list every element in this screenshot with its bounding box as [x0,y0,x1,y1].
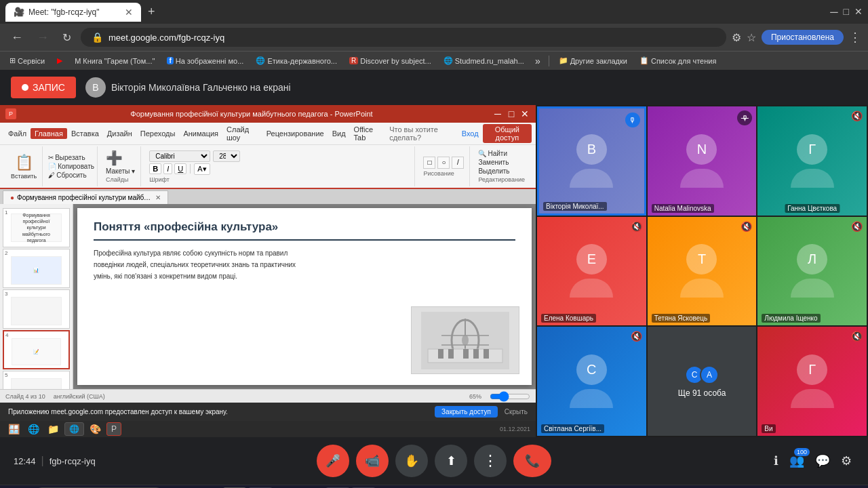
participant-tile-2: N Natalia Malinovska 🎙 [648,106,757,216]
menu-slideshow[interactable]: Слайд шоу [222,124,262,143]
bookmark-icon[interactable]: ☆ [747,31,756,44]
tab-close-icon[interactable]: ✕ [125,7,133,18]
share-hide-button[interactable]: Скрыть [505,408,528,415]
controls-center: 🎤 📹 ✋ ⬆ ⋮ 📞 [122,445,746,477]
back-button[interactable]: ← [7,28,27,47]
ribbon-copy[interactable]: 📄Копировать [48,163,94,170]
ribbon-new-slide[interactable]: ➕ [106,150,123,166]
ppt-taskbar-app-1[interactable]: 🪟 [5,422,22,436]
font-size-select[interactable]: 28 [213,150,240,162]
menu-transitions[interactable]: Переходы [136,128,180,139]
close-button[interactable]: ✕ [854,6,863,18]
ppt-minimize[interactable]: ─ [492,108,503,119]
minimize-button[interactable]: ─ [830,6,837,18]
share-allow-button[interactable]: Закрыть доступ [435,406,498,418]
slide-thumb-4[interactable]: 4 📝 [3,330,70,369]
menu-file[interactable]: Файл [4,128,31,139]
bookmark-discover[interactable]: R Discover by subject... [344,56,437,66]
ribbon-cut[interactable]: ✂Вырезать [48,154,94,161]
ppt-presentation-tab[interactable]: ● Формування професійної культури майбут… [3,190,168,204]
slide-thumb-5[interactable]: 5 [3,371,70,389]
fb-icon: f [167,57,173,64]
bookmark-servisy[interactable]: ⊞ Сервіси [4,55,50,66]
profile-button[interactable]: Приостановлена [762,30,844,45]
font-color-button[interactable]: A▾ [194,163,210,175]
participant-tile-7: С Світлана Сергіїв... 🔇 [537,327,646,436]
info-button[interactable]: ℹ [771,451,781,471]
reading-list-button[interactable]: 📋 Список для чтения [634,55,722,66]
ribbon-layout[interactable]: Макеты ▾ [106,167,135,175]
ppt-restore[interactable]: □ [506,108,517,119]
chat-button[interactable]: 💬 [812,451,833,471]
bold-button[interactable]: B [149,163,161,174]
camera-button[interactable]: 📹 [356,445,389,477]
end-call-button[interactable]: 📞 [513,445,551,477]
forward-button[interactable]: → [33,28,53,47]
shape-rect[interactable]: □ [423,157,435,169]
ppt-tab-close-icon[interactable]: ✕ [155,194,161,201]
activities-button[interactable]: ⚙ [838,451,854,471]
slide-thumb-3[interactable]: 3 [3,289,70,329]
refresh-button[interactable]: ↻ [58,28,75,47]
menu-icon[interactable]: ⋮ [849,30,861,45]
ppt-share-btn[interactable]: Общий доступ [483,124,532,143]
more-options-button[interactable]: ⋮ [474,445,507,477]
font-family-select[interactable]: Calibri [149,150,210,162]
select-button[interactable]: Выделить [478,167,525,175]
ppt-slide-canvas[interactable]: Поняття «професійна культура» Професійна… [77,208,532,385]
italic-button[interactable]: I [163,163,172,174]
replace-button[interactable]: Заменить [478,159,525,166]
raise-hand-button[interactable]: ✋ [395,445,428,477]
ribbon-paste[interactable]: 📋 Вставить [5,146,43,186]
slide-thumb-2[interactable]: 2 📊 [3,249,70,288]
ppt-taskbar-app-ie[interactable]: 🌐 [25,422,42,436]
maximize-button[interactable]: □ [844,6,849,18]
main-area: P Формування професійної культури майбут… [0,105,868,437]
bookmark-book[interactable]: M Книга "Гарем (Том..." [69,56,160,66]
menu-animation[interactable]: Анимация [179,128,222,139]
shape-line[interactable]: / [452,157,464,169]
menu-review[interactable]: Рецензирование [262,128,328,139]
extensions-icon[interactable]: ⚙ [732,31,741,44]
find-button[interactable]: 🔍Найти [478,150,525,157]
menu-design[interactable]: Дизайн [103,128,136,139]
menu-view[interactable]: Вид [328,128,350,139]
ppt-taskbar-app-chrome[interactable]: 🌐 [64,422,84,436]
slide-header: Поняття «професійна культура» [94,220,515,241]
menu-officetab[interactable]: Office Tab [350,124,386,143]
bookmark-etika[interactable]: 🌐 Етика-державного... [250,55,342,66]
record-button[interactable]: ЗАПИС [11,77,76,98]
address-input[interactable] [108,33,715,43]
menu-search[interactable]: Что вы хотите сделать? [385,124,462,143]
people-button-container: 👥 100 [787,451,807,471]
address-bar-container[interactable]: 🔒 [81,28,726,47]
underline-button[interactable]: U [174,163,186,174]
ppt-window-title: Формування професійної культури майбутнь… [16,110,487,118]
zoom-slider[interactable] [490,393,530,400]
ppt-close[interactable]: ✕ [519,108,530,119]
participant-tile-more[interactable]: С А Ще 91 особа [648,327,757,436]
new-tab-button[interactable]: + [145,5,158,19]
tab-favicon: 🎥 [14,7,24,17]
browser-tab[interactable]: 🎥 Meet: "fgb-rcqz-iyq" ✕ [5,3,141,22]
shape-circle[interactable]: ○ [437,157,450,169]
bookmark-studmed[interactable]: 🌐 Studmed.ru_malah... [438,55,530,66]
bookmark-youtube[interactable]: ▶ [52,55,68,66]
menu-home[interactable]: Главная [31,128,67,139]
ppt-taskbar-app-ppt[interactable]: P [106,422,121,436]
ppt-taskbar-app-ai[interactable]: 🎨 [87,422,104,436]
present-button[interactable]: ⬆ [435,445,467,477]
bookmarks-more-button[interactable]: » [531,54,545,68]
bookmark-fb[interactable]: f На зображенні мо... [161,56,249,66]
menu-insert[interactable]: Вставка [67,128,103,139]
mic-button[interactable]: 🎤 [317,445,349,477]
ppt-signin[interactable]: Вход [462,129,479,138]
meet-header: ЗАПИС В Вікторія Миколаївна Гальченко на… [0,70,868,105]
language-indicator: английский (США) [54,393,105,400]
ribbon-format[interactable]: 🖌Сбросить [48,171,94,179]
ppt-main-view: Поняття «професійна культура» Професійна… [73,204,536,389]
other-bookmarks-button[interactable]: 📁 Другие закладки [553,55,633,66]
slide-thumb-1[interactable]: 1 Формування професійної культури майбут… [3,208,70,247]
ppt-area: P Формування професійної культури майбут… [0,105,536,437]
ppt-taskbar-app-file[interactable]: 📁 [45,422,62,436]
